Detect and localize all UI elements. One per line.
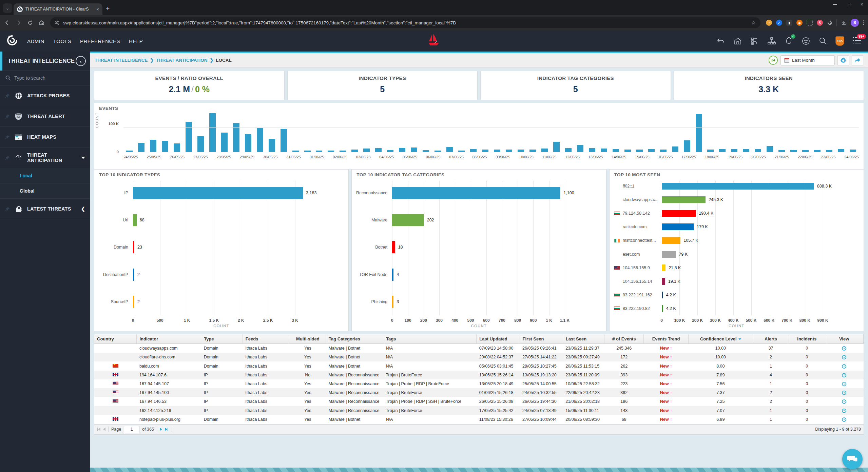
home-icon[interactable] [39, 20, 45, 26]
sidebar-item-threat-alert[interactable]: TA THREAT ALERT [0, 106, 90, 127]
table-row[interactable]: cloudflare-dns.comDomainIthaca LabsYesMa… [94, 353, 864, 361]
menu-admin[interactable]: ADMIN [27, 38, 44, 44]
events-bar[interactable] [719, 149, 726, 152]
events-bar[interactable] [269, 139, 275, 152]
events-bar[interactable] [470, 149, 477, 152]
events-bar[interactable] [458, 151, 465, 152]
events-bar[interactable] [363, 149, 370, 152]
menu-tools[interactable]: TOOLS [53, 38, 71, 44]
pin-icon[interactable] [5, 93, 10, 98]
column-header-last-seen[interactable]: Last Seen [563, 334, 604, 344]
sidebar-collapse-button[interactable]: ‹ [76, 56, 86, 66]
status-face-icon[interactable] [802, 37, 810, 45]
breadcrumb-threat-anticipation[interactable]: THREAT ANTICIPATION [156, 58, 207, 63]
events-bar[interactable] [767, 146, 773, 152]
view-eye-icon[interactable] [842, 346, 846, 351]
events-bar[interactable] [707, 150, 714, 152]
events-bar[interactable] [138, 143, 144, 152]
forward-icon[interactable] [16, 20, 22, 26]
view-eye-icon[interactable] [842, 409, 846, 413]
menu-help[interactable]: HELP [129, 38, 143, 44]
sidebar-item-threat-anticipation[interactable]: THREAT ANTICIPATION [0, 148, 90, 168]
window-minimize-button[interactable] [833, 4, 837, 5]
chart-bar[interactable] [133, 269, 134, 281]
search-icon[interactable] [818, 37, 827, 45]
events-bar[interactable] [790, 150, 797, 152]
chart-bar[interactable] [133, 296, 134, 308]
column-header-indicator[interactable]: Indicator [137, 334, 201, 344]
events-bar[interactable] [696, 114, 702, 152]
view-eye-icon[interactable] [842, 399, 846, 404]
last-page-button[interactable] [165, 428, 168, 431]
browser-tab[interactable]: THREAT ANTICIPATION - ClearS × [14, 3, 102, 15]
events-bar[interactable] [565, 148, 572, 152]
view-eye-icon[interactable] [842, 373, 846, 377]
events-bar[interactable] [624, 150, 631, 152]
table-row[interactable]: 167.94.145.100IPIthaca LabsYesMalware | … [94, 388, 864, 397]
events-bar[interactable] [174, 143, 180, 152]
extension-capture-icon[interactable] [807, 20, 813, 26]
bookmark-star-icon[interactable]: ☆ [751, 20, 756, 26]
chart-bar[interactable] [662, 292, 663, 298]
undo-icon[interactable] [716, 37, 725, 45]
table-row[interactable]: cloudwaysapps.comDomainIthaca LabsYesMal… [94, 344, 864, 353]
auto-refresh-icon[interactable]: 24 [769, 56, 778, 65]
date-range-picker[interactable]: Last Month [780, 55, 835, 65]
events-bar[interactable] [411, 148, 417, 152]
column-header-tag-categories[interactable]: Tag Categories [326, 334, 383, 344]
chart-bar[interactable] [133, 187, 303, 199]
alerts-bell-icon[interactable]: ✓ [784, 36, 793, 46]
task-menu-icon[interactable]: 99+ [852, 36, 862, 46]
prev-page-button[interactable] [103, 428, 105, 431]
chart-bar[interactable] [392, 187, 560, 199]
table-row[interactable]: 167.94.145.107IPIthaca LabsYesMalware | … [94, 379, 864, 388]
chart-bar[interactable] [662, 223, 694, 230]
settings-button[interactable] [837, 55, 849, 65]
column-header-confidence-level[interactable]: Confidence Level [688, 334, 753, 344]
chart-bar[interactable] [662, 196, 706, 203]
events-bar[interactable] [743, 149, 749, 152]
extension-check-icon[interactable]: ✓ [776, 20, 782, 26]
events-bar[interactable] [221, 133, 228, 152]
url-text[interactable]: swp.clearskiessa.com/main.aspx#!applicat… [63, 20, 748, 25]
events-bar[interactable] [423, 150, 429, 152]
events-bar[interactable] [778, 150, 785, 152]
chart-bar[interactable] [662, 210, 696, 217]
chart-bar[interactable] [662, 264, 666, 271]
events-bar[interactable] [541, 149, 548, 152]
events-bar[interactable] [553, 142, 560, 152]
chat-fab-button[interactable] [842, 449, 863, 469]
events-bar[interactable] [494, 150, 500, 152]
column-header-events-trend[interactable]: Events Trend [644, 334, 689, 344]
profile-avatar[interactable]: S [851, 19, 859, 27]
column-header--of-events[interactable]: # of Events [604, 334, 644, 344]
events-bar[interactable] [660, 150, 667, 152]
events-bar[interactable] [731, 149, 737, 152]
table-row[interactable]: notepad-plus-plus.orgDomainIthaca LabsYe… [94, 415, 864, 424]
column-header-feeds[interactable]: Feeds [243, 334, 290, 344]
events-bar[interactable] [328, 151, 334, 152]
table-row[interactable]: baidu.comDomainIthaca LabsYesMalware | B… [94, 361, 864, 370]
chart-bar[interactable] [392, 296, 393, 308]
extension-rss-icon[interactable]: ◉ [796, 20, 803, 26]
table-row[interactable]: 194.164.107.6IPIthaca LabsNoMalware | Re… [94, 371, 864, 379]
chart-bar[interactable] [392, 241, 395, 253]
next-page-button[interactable] [160, 428, 162, 431]
events-bar[interactable] [838, 149, 844, 152]
view-eye-icon[interactable] [842, 382, 846, 386]
breadcrumb-threat-intelligence[interactable]: THREAT INTELLIGENCE [95, 58, 148, 63]
column-header-country[interactable]: Country [94, 334, 137, 344]
events-bar[interactable] [589, 148, 595, 152]
sidebar-search[interactable]: Type to search [0, 71, 90, 85]
events-bar[interactable] [435, 151, 441, 152]
chart-bar[interactable] [662, 278, 665, 285]
sitemap-icon[interactable] [767, 37, 776, 45]
events-bar[interactable] [755, 149, 761, 152]
window-maximize-button[interactable] [847, 3, 850, 6]
chart-bar[interactable] [133, 241, 134, 253]
events-bar[interactable] [126, 151, 133, 152]
sidebar-item-heat-maps[interactable]: HEAT MAPS [0, 127, 90, 148]
pin-icon[interactable] [5, 206, 10, 212]
events-bar[interactable] [601, 149, 607, 152]
reload-icon[interactable] [27, 20, 33, 26]
